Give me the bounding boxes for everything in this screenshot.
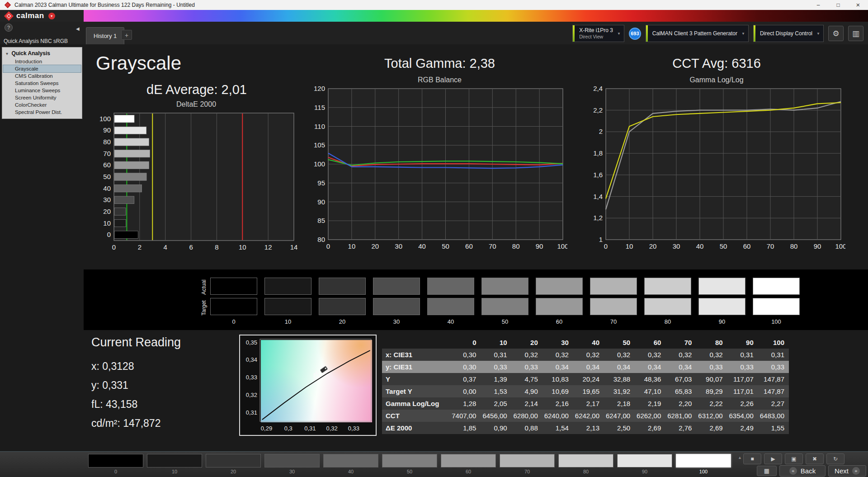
swatch-column: 60 — [536, 278, 583, 325]
table-row[interactable]: y: CIE310,300,330,330,340,340,340,340,34… — [382, 361, 789, 373]
table-column-header: 0 — [450, 336, 481, 349]
table-row[interactable]: Y0,371,394,7510,8320,2432,8848,3667,0390… — [382, 373, 789, 385]
next-button[interactable]: Next » — [828, 465, 866, 477]
pattern-button-70[interactable] — [500, 454, 555, 468]
pattern-level-label: 20 — [206, 469, 261, 474]
svg-text:100: 100 — [314, 160, 325, 168]
pattern-generator-label: CalMAN Client 3 Pattern Generator — [652, 30, 737, 37]
svg-text:10: 10 — [239, 243, 246, 251]
pattern-button-50[interactable] — [382, 454, 437, 468]
tree-root-quick-analysis[interactable]: ▾ Quick Analysis — [3, 49, 81, 58]
svg-text:2: 2 — [599, 128, 603, 135]
swatch-level-label: 90 — [698, 318, 745, 325]
pattern-button-100[interactable] — [676, 454, 731, 468]
tab-history-1[interactable]: History 1 — [86, 27, 124, 44]
svg-text:0,33: 0,33 — [246, 374, 257, 381]
pattern-button-60[interactable] — [441, 454, 496, 468]
svg-text:60: 60 — [103, 161, 111, 169]
expand-panel-button[interactable]: ▲ — [738, 455, 742, 460]
svg-text:30: 30 — [103, 196, 111, 203]
display-control-button[interactable]: Direct Display Control ▼ — [753, 25, 824, 42]
pattern-column: 40 — [323, 454, 378, 474]
table-column-header: 70 — [665, 336, 696, 349]
actual-swatch-40 — [427, 278, 474, 295]
refresh-button[interactable]: ↻ — [826, 453, 844, 464]
svg-text:60: 60 — [465, 242, 473, 250]
stop-button[interactable]: ■ — [743, 453, 761, 464]
table-row[interactable]: x: CIE310,300,310,320,320,320,320,320,32… — [382, 349, 789, 361]
svg-text:50: 50 — [103, 173, 111, 180]
actual-row-label: Actual — [201, 275, 207, 299]
logo-menu-button[interactable]: ▼ — [48, 13, 55, 19]
pattern-button-40[interactable] — [323, 454, 378, 468]
current-reading-title: Current Reading — [91, 335, 181, 349]
save-button[interactable]: ▣ — [785, 453, 803, 464]
svg-text:20: 20 — [649, 242, 657, 250]
add-tab-button[interactable]: + — [121, 30, 132, 40]
sidebar-item-spectral-power-dist-[interactable]: Spectral Power Dist. — [3, 109, 81, 116]
meter-select-button[interactable]: X-Rite i1Pro 3 Direct View ▼ — [572, 25, 624, 42]
tree-expand-icon: ▾ — [6, 51, 8, 56]
sidebar-item-saturation-sweeps[interactable]: Saturation Sweeps — [3, 80, 81, 87]
swatch-level-label: 50 — [481, 318, 528, 325]
svg-text:85: 85 — [317, 217, 325, 224]
table-column-header: 30 — [542, 336, 573, 349]
sidebar-item-cms-calibration[interactable]: CMS Calibration — [3, 72, 81, 80]
sidebar-collapse-icon[interactable]: ◀ — [76, 26, 80, 31]
layout-button[interactable]: ▥ — [848, 26, 863, 41]
svg-text:40: 40 — [103, 184, 111, 192]
gear-icon: ⚙ — [832, 29, 839, 38]
play-button[interactable]: ▶ — [764, 453, 782, 464]
pattern-button-90[interactable] — [617, 454, 672, 468]
disconnect-button[interactable]: ✖ — [806, 453, 824, 464]
svg-text:90: 90 — [317, 198, 325, 206]
pattern-button-0[interactable] — [88, 454, 143, 468]
pattern-bar: 0102030405060708090100 ▲ ■▶▣✖↻ ▦ « Back … — [0, 451, 868, 477]
sidebar-item-screen-uniformity[interactable]: Screen Uniformity — [3, 94, 81, 101]
current-reading: Current Reading x: 0,3128y: 0,331fL: 43,… — [91, 335, 181, 433]
svg-text:0: 0 — [604, 242, 608, 250]
pattern-generator-button[interactable]: CalMAN Client 3 Pattern Generator ▼ — [646, 25, 749, 42]
table-row[interactable]: Gamma Log/Log1,282,052,142,162,172,182,1… — [382, 397, 789, 410]
swatch-column: 30 — [373, 278, 420, 325]
help-button[interactable]: ? — [5, 24, 13, 32]
minimize-button[interactable]: – — [808, 0, 828, 10]
maximize-button[interactable]: □ — [828, 0, 848, 10]
pattern-level-label: 10 — [147, 469, 202, 474]
pattern-window-button[interactable]: ▦ — [757, 466, 777, 476]
pattern-column: 90 — [617, 454, 672, 474]
pattern-button-10[interactable] — [147, 454, 202, 468]
swatch-level-label: 70 — [590, 318, 637, 325]
svg-text:0,31: 0,31 — [304, 425, 316, 432]
swatch-column: 100 — [753, 278, 800, 325]
table-row[interactable]: CCT7407,006456,006280,006240,006242,0062… — [382, 410, 789, 422]
close-button[interactable]: × — [848, 0, 868, 10]
chevron-down-icon: ▼ — [741, 32, 745, 36]
actual-swatch-90 — [698, 278, 745, 295]
settings-button[interactable]: ⚙ — [828, 26, 844, 41]
pattern-column: 50 — [382, 454, 437, 474]
sidebar-item-luminance-sweeps[interactable]: Luminance Sweeps — [3, 87, 81, 94]
sidebar-item-grayscale[interactable]: Grayscale — [3, 65, 81, 72]
pattern-button-20[interactable] — [206, 454, 261, 468]
chevron-down-icon: ▼ — [816, 32, 820, 36]
table-body: x: CIE310,300,310,320,320,320,320,320,32… — [382, 349, 789, 434]
svg-text:70: 70 — [767, 242, 774, 250]
meter-mode: Direct View — [579, 34, 613, 40]
total-gamma-heading: Total Gamma: 2,38 — [312, 56, 567, 71]
back-button[interactable]: « Back — [779, 465, 826, 477]
sidebar-item-introduction[interactable]: Introduction — [3, 58, 81, 65]
table-column-header: 100 — [758, 336, 789, 349]
pattern-button-30[interactable] — [264, 454, 320, 468]
svg-text:10: 10 — [348, 242, 356, 250]
pattern-button-80[interactable] — [558, 454, 613, 468]
svg-text:50: 50 — [442, 242, 449, 250]
meter-count-badge: 693 — [629, 28, 641, 40]
svg-text:1,8: 1,8 — [593, 149, 603, 157]
window-title: Calman 2023 Calman Ultimate for Business… — [14, 2, 195, 8]
svg-text:30: 30 — [395, 242, 402, 250]
sidebar-item-colorchecker[interactable]: ColorChecker — [3, 101, 81, 109]
table-row[interactable]: ΔE 20001,850,900,881,542,132,502,692,762… — [382, 422, 789, 434]
grayscale-swatch-strip: Actual Target 0102030405060708090100 — [84, 269, 868, 330]
table-row[interactable]: Target Y0,001,534,9010,6919,6531,9247,10… — [382, 385, 789, 397]
